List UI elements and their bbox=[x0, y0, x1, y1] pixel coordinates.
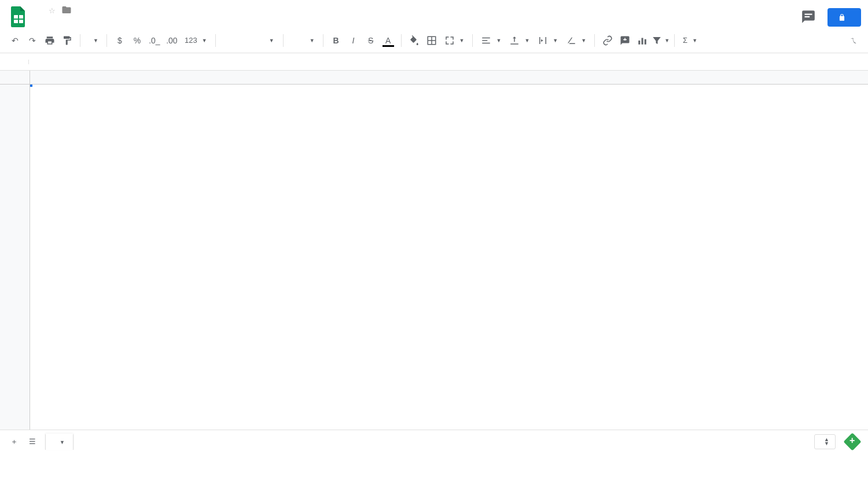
svg-rect-12 bbox=[645, 39, 646, 44]
number-format-select[interactable]: 123▼ bbox=[181, 32, 211, 49]
increase-decimal-icon[interactable]: .00 bbox=[164, 32, 180, 49]
print-icon[interactable] bbox=[42, 32, 58, 49]
svg-rect-4 bbox=[805, 16, 810, 17]
menu-insert[interactable] bbox=[71, 19, 81, 26]
share-button[interactable] bbox=[827, 8, 861, 27]
document-title[interactable] bbox=[36, 10, 43, 12]
menu-addons[interactable] bbox=[117, 19, 127, 26]
currency-icon[interactable]: $ bbox=[112, 32, 128, 49]
formula-input[interactable] bbox=[29, 60, 868, 64]
menu-view[interactable] bbox=[59, 19, 69, 26]
sheet-tab-menu-icon[interactable]: ▼ bbox=[60, 439, 65, 445]
menu-help[interactable] bbox=[128, 19, 139, 26]
menu-format[interactable] bbox=[82, 19, 93, 26]
folder-icon[interactable] bbox=[61, 5, 72, 17]
add-sheet-icon[interactable]: ＋ bbox=[5, 432, 23, 451]
functions-icon[interactable]: Σ▼ bbox=[679, 32, 701, 49]
sheets-logo[interactable] bbox=[7, 5, 30, 28]
menu-edit[interactable] bbox=[47, 19, 58, 26]
italic-icon[interactable]: I bbox=[345, 32, 362, 49]
spreadsheet-grid[interactable]: ◀ ▶ bbox=[0, 71, 868, 430]
menu-bar bbox=[36, 19, 801, 26]
sheet-bar: ＋ ☰ ▼ ▲▼ bbox=[0, 430, 868, 453]
menu-tools[interactable] bbox=[105, 19, 116, 26]
menu-data[interactable] bbox=[94, 19, 104, 26]
chart-icon[interactable] bbox=[634, 32, 650, 49]
strikethrough-icon[interactable]: S bbox=[363, 32, 379, 49]
font-select[interactable]: ▼ bbox=[220, 32, 278, 49]
explore-button[interactable] bbox=[846, 435, 863, 448]
borders-icon[interactable] bbox=[424, 32, 440, 49]
text-color-icon[interactable]: A bbox=[380, 32, 396, 49]
menu-file[interactable] bbox=[36, 19, 46, 26]
quick-sum[interactable]: ▲▼ bbox=[814, 434, 836, 449]
font-size-select[interactable]: ▼ bbox=[288, 32, 318, 49]
comment-icon[interactable] bbox=[617, 32, 633, 49]
explore-icon bbox=[843, 432, 861, 450]
wrap-icon[interactable]: ▼ bbox=[534, 32, 561, 49]
formula-bar bbox=[0, 53, 868, 71]
bold-icon[interactable]: B bbox=[328, 32, 344, 49]
star-icon[interactable]: ☆ bbox=[49, 6, 56, 15]
toolbar: ↶ ↷ ▼ $ % .0_ .00 123▼ ▼ ▼ B I S A ▼ ▼ ▼… bbox=[0, 28, 868, 53]
paint-format-icon[interactable] bbox=[59, 32, 75, 49]
fx-label bbox=[0, 60, 29, 64]
rotate-icon[interactable]: ▼ bbox=[562, 32, 590, 49]
valign-icon[interactable]: ▼ bbox=[506, 32, 533, 49]
merge-cells-icon[interactable]: ▼ bbox=[441, 32, 468, 49]
svg-rect-10 bbox=[638, 41, 640, 45]
collapse-toolbar-icon[interactable]: ㄟ bbox=[847, 32, 861, 49]
select-all-corner[interactable] bbox=[0, 71, 30, 84]
fill-color-icon[interactable] bbox=[406, 32, 422, 49]
all-sheets-icon[interactable]: ☰ bbox=[23, 432, 42, 451]
filter-icon[interactable]: ▼ bbox=[652, 32, 670, 49]
svg-rect-3 bbox=[805, 13, 812, 14]
sheet-tab[interactable]: ▼ bbox=[45, 434, 73, 450]
redo-icon[interactable]: ↷ bbox=[24, 32, 41, 49]
svg-rect-11 bbox=[642, 38, 643, 44]
decrease-decimal-icon[interactable]: .0_ bbox=[146, 32, 163, 49]
svg-rect-9 bbox=[623, 39, 627, 40]
link-icon[interactable] bbox=[599, 32, 616, 49]
halign-icon[interactable]: ▼ bbox=[477, 32, 505, 49]
percent-icon[interactable]: % bbox=[129, 32, 145, 49]
undo-icon[interactable]: ↶ bbox=[7, 32, 23, 49]
zoom-select[interactable]: ▼ bbox=[85, 32, 102, 49]
comments-icon[interactable] bbox=[801, 9, 816, 26]
